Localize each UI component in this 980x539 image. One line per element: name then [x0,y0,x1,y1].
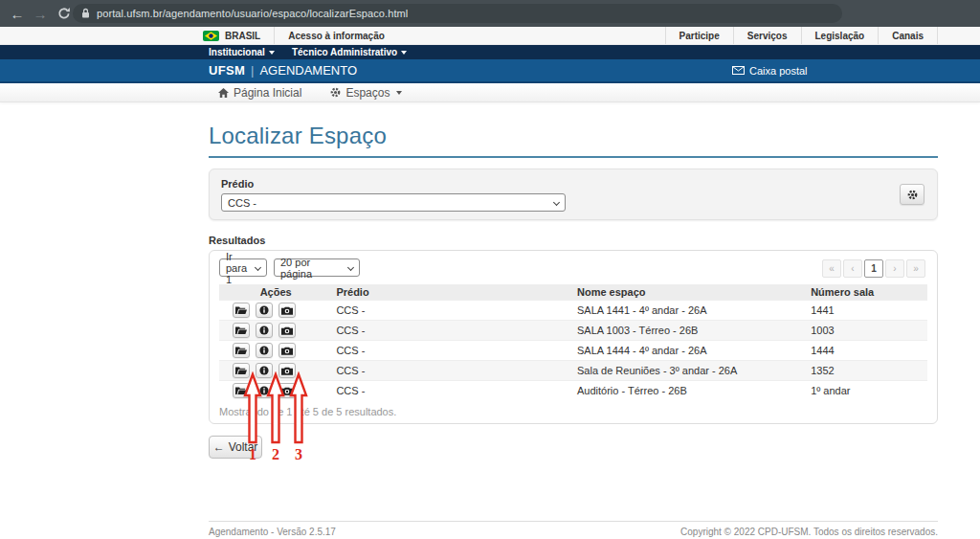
chevron-down-icon [255,264,261,271]
annotation-overlay: 1 2 3 [237,371,314,467]
results-table: Ações Prédio Nome espaço Número sala CCS… [219,284,927,400]
nav-espacos[interactable]: Espaços [330,86,402,100]
cell-nome: SALA 1003 - Térreo - 26B [573,321,807,341]
page-content: Localizar Espaço Prédio CCS - Resultados… [209,102,938,459]
divider [274,27,275,44]
pagination-page-1-button[interactable]: 1 [864,259,883,278]
info-icon [259,326,269,335]
gov-bar: BRASIL Acesso à informação Participe Ser… [0,27,980,45]
info-icon [259,346,269,355]
footer-copyright: Copyright © 2022 CPD-UFSM. Todos os dire… [680,527,938,537]
gov-links: Participe Serviços Legislação Canais [665,27,938,44]
info-button[interactable] [256,323,273,338]
annotation-number-1: 1 [245,446,260,463]
col-nome-espaco: Nome espaço [573,284,807,301]
camera-button[interactable] [278,303,296,318]
annotation-number-3: 3 [291,446,306,463]
gov-link-canais[interactable]: Canais [878,27,938,44]
predio-label: Prédio [221,178,925,190]
brazil-flag-icon [203,31,219,41]
gov-link-servicos[interactable]: Serviços [733,27,801,44]
table-row: CCS - Auditório - Térreo - 26B 1º andar [219,381,927,401]
pagination-next-button[interactable]: › [885,259,904,278]
gov-link-participe[interactable]: Participe [665,27,733,44]
browser-toolbar: ← → portal.ufsm.br/agendamento/usuario/e… [0,0,980,27]
info-button[interactable] [256,303,273,318]
cell-nome: SALA 1444 - 4º andar - 26A [573,341,807,361]
brand-ufsm[interactable]: UFSM [209,63,245,78]
mailbox-link[interactable]: Caixa postal [732,59,808,81]
gear-icon [330,87,341,98]
cell-predio: CCS - [332,381,573,401]
gov-link-legislacao[interactable]: Legislação [801,27,879,44]
nav-tecnico-label: Técnico Administrativo [292,47,397,57]
browser-forward-icon[interactable]: → [29,0,52,27]
col-acoes: Ações [219,284,332,301]
camera-icon [281,347,293,355]
pagination: « ‹ 1 › » [820,259,925,278]
settings-button[interactable] [900,184,924,205]
goto-page-value: Ir para 1 [226,251,249,285]
address-bar[interactable]: portal.ufsm.br/agendamento/usuario/espac… [73,4,842,23]
caret-down-icon [269,51,275,55]
predio-select-value: CCS - [228,197,256,209]
cell-predio: CCS - [332,361,573,381]
nav-tecnico-administrativo[interactable]: Técnico Administrativo [292,47,407,57]
cell-predio: CCS - [332,301,573,321]
per-page-value: 20 por página [280,257,342,280]
camera-button[interactable] [278,343,296,358]
per-page-select[interactable]: 20 por página [274,258,360,277]
folder-open-icon [235,346,247,355]
open-folder-button[interactable] [233,303,250,318]
app-header: UFSM | AGENDAMENTO Caixa postal [0,59,980,83]
reload-icon [57,7,71,20]
brand-separator: | [251,63,254,78]
cell-numero: 1441 [807,301,927,321]
open-folder-button[interactable] [233,323,250,338]
cell-predio: CCS - [332,321,573,341]
main-nav-bar: Página Inicial Espaços [0,83,980,102]
table-row: CCS - SALA 1441 - 4º andar - 26A 1441 [219,301,927,321]
predio-select[interactable]: CCS - [221,193,566,212]
info-icon [259,305,269,315]
nav-pagina-inicial[interactable]: Página Inicial [218,86,301,100]
cell-nome: SALA 1441 - 4º andar - 26A [573,301,807,321]
cell-nome: Auditório - Térreo - 26B [573,381,807,401]
envelope-icon [732,66,745,75]
page-footer: Agendamento - Versão 2.5.17 Copyright © … [209,521,938,537]
app-name[interactable]: AGENDAMENTO [259,63,357,78]
chevron-down-icon [553,199,560,206]
cell-predio: CCS - [332,341,573,361]
browser-back-icon[interactable]: ← [6,0,29,27]
gear-icon [907,190,918,200]
lock-icon [81,8,90,19]
results-panel: Ir para 1 20 por página « ‹ 1 › » Ações … [209,250,938,424]
nav-institucional[interactable]: Institucional [209,47,275,57]
info-button[interactable] [256,343,273,358]
col-numero-sala: Número sala [807,284,927,301]
pagination-prev-button[interactable]: ‹ [843,259,862,278]
secondary-nav-bar: Institucional Técnico Administrativo [0,45,980,59]
camera-button[interactable] [278,323,296,338]
footer-version: Agendamento - Versão 2.5.17 [209,527,336,537]
goto-page-select[interactable]: Ir para 1 [219,258,267,277]
annotation-arrow-1 [245,374,260,442]
left-arrow-icon: ← [213,440,225,454]
pagination-first-button[interactable]: « [822,259,841,278]
url-text: portal.ufsm.br/agendamento/usuario/espac… [97,8,408,19]
cell-numero: 1352 [807,361,927,381]
page-title: Localizar Espaço [209,123,938,158]
nav-espacos-label: Espaços [345,86,390,100]
filter-panel: Prédio CCS - [209,168,938,220]
brasil-label[interactable]: BRASIL [225,31,260,41]
nav-institucional-label: Institucional [209,47,265,57]
caret-down-icon [401,51,407,55]
nav-home-label: Página Inicial [234,86,301,100]
annotation-arrow-3 [291,374,306,442]
pagination-last-button[interactable]: » [906,259,925,278]
access-info-link[interactable]: Acesso à informação [288,31,385,41]
camera-icon [281,326,293,335]
cell-numero: 1º andar [807,381,927,401]
folder-open-icon [235,305,247,315]
open-folder-button[interactable] [233,343,250,358]
